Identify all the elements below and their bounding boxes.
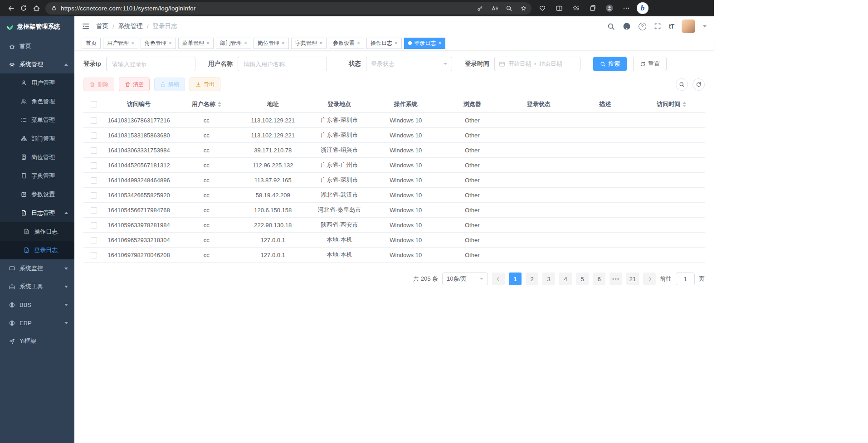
sidebar-item-erp[interactable]: ERP bbox=[0, 314, 74, 332]
tab-role-mgmt[interactable]: 角色管理× bbox=[141, 38, 176, 49]
col-time[interactable]: 访问时间 bbox=[639, 100, 705, 108]
tab-post-mgmt[interactable]: 岗位管理× bbox=[254, 38, 289, 49]
close-icon[interactable]: × bbox=[438, 40, 441, 46]
page-button-6[interactable]: 6 bbox=[593, 273, 605, 285]
row-checkbox[interactable] bbox=[91, 237, 97, 243]
page-button-3[interactable]: 3 bbox=[542, 273, 555, 285]
row-checkbox[interactable] bbox=[91, 147, 97, 154]
search-icon[interactable] bbox=[607, 23, 615, 30]
tab-operation-log[interactable]: 操作日志× bbox=[366, 38, 402, 49]
help-icon[interactable]: ? bbox=[639, 23, 646, 30]
select-all-checkbox[interactable] bbox=[91, 101, 97, 107]
collections-icon[interactable] bbox=[586, 2, 599, 15]
status-select[interactable]: 登录状态 bbox=[366, 57, 452, 71]
page-button-5[interactable]: 5 bbox=[576, 273, 589, 285]
fullscreen-icon[interactable] bbox=[654, 23, 661, 30]
goto-page-input[interactable] bbox=[676, 273, 695, 285]
sidebar-item-param-settings[interactable]: 参数设置 bbox=[0, 185, 74, 204]
close-icon[interactable]: × bbox=[319, 40, 322, 46]
sidebar-item-menu-mgmt[interactable]: 菜单管理 bbox=[0, 111, 74, 129]
sidebar-item-bbs[interactable]: BBS bbox=[0, 296, 74, 314]
sidebar-item-user-mgmt[interactable]: 用户管理 bbox=[0, 73, 74, 92]
row-checkbox[interactable] bbox=[91, 132, 97, 139]
address-bar[interactable]: https://ccnetcore.com:1101/system/log/lo… bbox=[45, 2, 532, 15]
tab-menu-mgmt[interactable]: 菜单管理× bbox=[178, 38, 214, 49]
sidebar-item-log-mgmt[interactable]: 日志管理 bbox=[0, 204, 74, 222]
back-icon[interactable] bbox=[5, 2, 17, 15]
unlock-button[interactable]: 解锁 bbox=[154, 78, 185, 91]
reset-button[interactable]: 重置 bbox=[633, 57, 667, 71]
sidebar-item-home[interactable]: 首页 bbox=[0, 37, 74, 55]
font-size-icon[interactable]: tT bbox=[669, 23, 674, 30]
user-avatar[interactable] bbox=[682, 19, 695, 33]
home-icon[interactable] bbox=[30, 2, 43, 15]
chevron-down-icon[interactable] bbox=[703, 25, 707, 29]
sidebar-item-system-tools[interactable]: 系统工具 bbox=[0, 277, 74, 296]
breadcrumb-home[interactable]: 首页 bbox=[96, 22, 108, 30]
split-screen-icon[interactable] bbox=[553, 2, 566, 15]
copilot-icon[interactable]: b bbox=[637, 2, 649, 14]
breadcrumb-system[interactable]: 系统管理 bbox=[118, 22, 143, 30]
close-icon[interactable]: × bbox=[395, 40, 398, 46]
close-icon[interactable]: × bbox=[206, 40, 210, 46]
sidebar-item-role-mgmt[interactable]: 角色管理 bbox=[0, 92, 74, 111]
page-button-2[interactable]: 2 bbox=[526, 273, 538, 285]
tab-home[interactable]: 首页 bbox=[82, 38, 101, 49]
login-ip-input[interactable] bbox=[106, 57, 195, 71]
sidebar-item-dept-mgmt[interactable]: 部门管理 bbox=[0, 129, 74, 148]
search-button[interactable]: 搜索 bbox=[593, 57, 627, 71]
user-name-input[interactable] bbox=[238, 57, 327, 71]
tab-dict-mgmt[interactable]: 字典管理× bbox=[291, 38, 327, 49]
reload-icon[interactable] bbox=[17, 2, 30, 15]
browser-essentials-icon[interactable] bbox=[536, 2, 549, 15]
row-checkbox[interactable] bbox=[91, 117, 97, 124]
password-key-icon[interactable] bbox=[474, 3, 485, 14]
clear-button[interactable]: 清空 bbox=[119, 78, 150, 91]
sidebar-item-operation-log[interactable]: 操作日志 bbox=[0, 222, 74, 241]
tab-dept-mgmt[interactable]: 部门管理× bbox=[216, 38, 251, 49]
read-aloud-icon[interactable] bbox=[489, 3, 500, 14]
sidebar-item-yi-framework[interactable]: Yi框架 bbox=[0, 332, 74, 350]
delete-button[interactable]: 删除 bbox=[83, 78, 114, 91]
next-page-button[interactable] bbox=[643, 273, 656, 285]
close-icon[interactable]: × bbox=[282, 40, 285, 46]
col-user-name[interactable]: 用户名称 bbox=[173, 100, 240, 108]
page-ellipsis[interactable]: ••• bbox=[610, 273, 622, 285]
prev-page-button[interactable] bbox=[492, 273, 505, 285]
page-size-select[interactable]: 10条/页 bbox=[442, 273, 488, 285]
row-checkbox[interactable] bbox=[91, 192, 97, 199]
close-icon[interactable]: × bbox=[169, 40, 172, 46]
date-range-picker[interactable]: 开始日期 - 结束日期 bbox=[494, 57, 580, 71]
collapse-sidebar-icon[interactable] bbox=[82, 22, 90, 30]
sort-icon[interactable] bbox=[218, 102, 221, 107]
search-toggle-icon[interactable] bbox=[676, 78, 688, 91]
page-button-4[interactable]: 4 bbox=[559, 273, 572, 285]
sidebar-item-post-mgmt[interactable]: 岗位管理 bbox=[0, 148, 74, 166]
favorites-bar-icon[interactable] bbox=[570, 2, 582, 15]
row-checkbox[interactable] bbox=[91, 222, 97, 229]
export-button[interactable]: 导出 bbox=[190, 78, 220, 91]
zoom-out-icon[interactable] bbox=[503, 3, 514, 14]
profile-avatar-icon[interactable] bbox=[603, 2, 616, 15]
close-icon[interactable]: × bbox=[244, 40, 247, 46]
site-security-icon[interactable] bbox=[51, 5, 57, 11]
more-menu-icon[interactable] bbox=[620, 2, 633, 15]
sidebar-item-login-log[interactable]: 登录日志 bbox=[0, 241, 74, 259]
row-checkbox[interactable] bbox=[91, 162, 97, 169]
add-favorite-star-icon[interactable] bbox=[518, 3, 529, 14]
sidebar-item-system-monitor[interactable]: 系统监控 bbox=[0, 259, 74, 277]
tab-user-mgmt[interactable]: 用户管理× bbox=[103, 38, 138, 49]
url-text[interactable]: https://ccnetcore.com:1101/system/log/lo… bbox=[61, 5, 471, 12]
page-button-last[interactable]: 21 bbox=[626, 273, 639, 285]
close-icon[interactable]: × bbox=[131, 40, 134, 46]
tab-param-settings[interactable]: 参数设置× bbox=[329, 38, 364, 49]
sidebar-item-dict-mgmt[interactable]: 字典管理 bbox=[0, 166, 74, 185]
close-icon[interactable]: × bbox=[357, 40, 360, 46]
page-button-1[interactable]: 1 bbox=[509, 273, 522, 285]
github-icon[interactable] bbox=[623, 22, 631, 30]
sidebar-item-system-mgmt[interactable]: 系统管理 bbox=[0, 55, 74, 73]
row-checkbox[interactable] bbox=[91, 207, 97, 214]
refresh-table-icon[interactable] bbox=[692, 78, 705, 91]
tab-login-log[interactable]: 登录日志× bbox=[404, 38, 445, 49]
row-checkbox[interactable] bbox=[91, 252, 97, 258]
